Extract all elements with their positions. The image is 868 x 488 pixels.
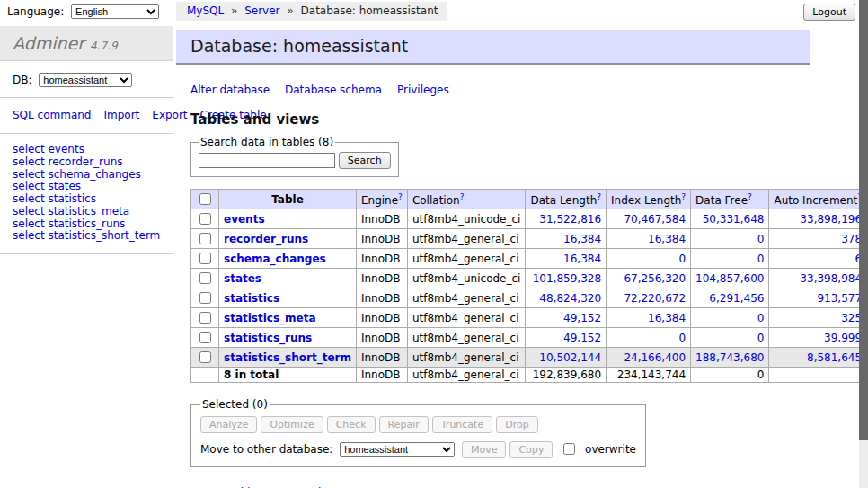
db-link-privileges[interactable]: Privileges <box>397 84 449 96</box>
data-length-cell-link[interactable]: 49,152 <box>563 312 601 324</box>
table-select-link[interactable]: select recorder_runs <box>13 155 123 168</box>
column-help-link[interactable]: ? <box>460 192 465 201</box>
scrollbar-thumb[interactable] <box>859 0 868 440</box>
collation-cell: utf8mb4_unicode_ci <box>407 269 526 288</box>
move-database-select[interactable]: homeassistant <box>340 442 455 457</box>
table-header-row: TableEngine?Collation?Data Length?Index … <box>191 190 868 209</box>
data-length-cell-link[interactable]: 49,152 <box>563 332 601 344</box>
database-links: Alter databaseDatabase schemaPrivileges <box>190 84 810 96</box>
table-select-link[interactable]: select schema_changes <box>13 168 141 181</box>
data-free-cell-link[interactable]: 50,331,648 <box>703 213 765 226</box>
column-help-link[interactable]: ? <box>597 192 601 201</box>
auto-increment-cell-link[interactable]: 913,577 <box>817 292 862 305</box>
row-select-cell <box>191 249 219 269</box>
row-checkbox[interactable] <box>199 233 211 244</box>
optimize-button[interactable]: Optimize <box>261 416 323 433</box>
analyze-button[interactable]: Analyze <box>200 416 257 433</box>
index-length-cell-link[interactable]: 0 <box>678 253 686 265</box>
data-length-cell: 49,152 <box>526 328 607 348</box>
sidebar-action-import[interactable]: Import <box>103 109 139 121</box>
truncate-button[interactable]: Truncate <box>432 416 492 433</box>
index-length-cell-link[interactable]: 16,384 <box>648 312 686 324</box>
data-length-cell-link[interactable]: 16,384 <box>563 253 601 265</box>
search-button[interactable]: Search <box>339 152 391 169</box>
index-length-cell-link[interactable]: 72,220,672 <box>624 292 686 305</box>
vertical-scrollbar[interactable] <box>859 0 868 488</box>
check-button[interactable]: Check <box>327 416 376 433</box>
table-name-link[interactable]: schema_changes <box>224 253 326 265</box>
table-select-link[interactable]: select statistics <box>13 192 96 205</box>
row-checkbox[interactable] <box>199 332 211 343</box>
drop-button[interactable]: Drop <box>496 416 537 433</box>
index-length-cell-link[interactable]: 67,256,320 <box>624 272 686 285</box>
index-length-cell-link[interactable]: 24,166,400 <box>624 351 686 364</box>
table-name-link[interactable]: statistics <box>224 292 279 305</box>
index-length-cell-link[interactable]: 0 <box>678 332 686 344</box>
db-link-database-schema[interactable]: Database schema <box>285 84 382 96</box>
auto-increment-cell-link[interactable]: 39,999 <box>824 332 862 344</box>
main-content: Database: homeassistant Alter databaseDa… <box>176 23 810 488</box>
table-select-link[interactable]: select statistics_runs <box>13 217 125 230</box>
column-help-link[interactable]: ? <box>398 192 403 201</box>
move-button[interactable]: Move <box>462 441 507 458</box>
table-select-link[interactable]: select statistics_meta <box>13 205 129 217</box>
data-length-cell-link[interactable]: 16,384 <box>563 233 601 245</box>
search-input[interactable] <box>199 153 335 168</box>
breadcrumb-separator: » <box>284 4 297 17</box>
data-length-cell: 48,824,320 <box>526 288 607 308</box>
table-name-link[interactable]: statistics_runs <box>224 332 312 344</box>
data-free-cell-link[interactable]: 0 <box>757 253 765 265</box>
table-select-link[interactable]: select events <box>13 143 84 155</box>
data-free-cell-link[interactable]: 188,743,680 <box>695 351 764 364</box>
row-checkbox[interactable] <box>199 292 211 304</box>
data-free-cell-link[interactable]: 6,291,456 <box>709 292 764 305</box>
auto-increment-cell-link[interactable]: 8,581,645 <box>807 351 862 364</box>
db-select[interactable]: homeassistant <box>39 73 132 87</box>
table-name-link[interactable]: statistics_meta <box>224 312 316 324</box>
index-length-cell-link[interactable]: 16,384 <box>648 233 686 245</box>
language-select[interactable]: English <box>71 4 159 19</box>
index-length-cell-link[interactable]: 70,467,584 <box>624 213 686 226</box>
row-select-cell <box>191 269 219 288</box>
overwrite-checkbox[interactable] <box>563 443 575 455</box>
row-checkbox[interactable] <box>199 351 211 363</box>
table-select-link[interactable]: select states <box>13 180 81 192</box>
sidebar-action-sql-command[interactable]: SQL command <box>13 109 91 121</box>
column-help-link[interactable]: ? <box>681 192 686 201</box>
table-name-link[interactable]: events <box>224 213 265 226</box>
app-version[interactable]: 4.7.9 <box>90 40 118 52</box>
table-name-link[interactable]: states <box>224 272 261 285</box>
column-header-data-free: Data Free? <box>691 190 769 209</box>
row-checkbox[interactable] <box>199 272 211 284</box>
column-help-link[interactable]: ? <box>748 192 752 201</box>
breadcrumb-link-server[interactable]: Server <box>244 4 279 17</box>
index-length-cell: 16,384 <box>607 308 691 328</box>
data-free-cell-link[interactable]: 0 <box>757 312 765 324</box>
repair-button[interactable]: Repair <box>379 416 429 433</box>
row-checkbox[interactable] <box>199 213 211 225</box>
auto-increment-cell-link[interactable]: 33,898,196 <box>800 213 862 226</box>
data-free-cell-link[interactable]: 0 <box>757 233 765 245</box>
data-free-cell: 188,743,680 <box>691 348 769 368</box>
engine-cell: InnoDB <box>356 209 407 229</box>
data-free-cell-link[interactable]: 0 <box>757 332 765 344</box>
data-free-cell-link[interactable]: 104,857,600 <box>695 272 764 285</box>
column-header-engine: Engine? <box>356 190 407 209</box>
table-name-link[interactable]: statistics_short_term <box>224 351 351 364</box>
data-length-cell-link[interactable]: 10,502,144 <box>539 351 601 364</box>
table-row-schema-changes: schema_changesInnoDButf8mb4_general_ci16… <box>191 249 868 269</box>
table-select-link[interactable]: select statistics_short_term <box>13 229 160 242</box>
data-length-cell-link[interactable]: 101,859,328 <box>533 272 601 285</box>
select-all-checkbox[interactable] <box>199 193 211 205</box>
data-length-cell: 10,502,144 <box>526 348 607 368</box>
logout-button[interactable]: Logout <box>803 4 855 21</box>
db-link-alter-database[interactable]: Alter database <box>190 84 270 96</box>
row-checkbox[interactable] <box>199 253 211 264</box>
auto-increment-cell-link[interactable]: 33,398,984 <box>800 272 862 285</box>
breadcrumb-link-mysql[interactable]: MySQL <box>187 4 224 17</box>
data-length-cell-link[interactable]: 31,522,816 <box>539 213 601 226</box>
copy-button[interactable]: Copy <box>509 441 553 458</box>
data-length-cell-link[interactable]: 48,824,320 <box>539 292 601 305</box>
table-name-link[interactable]: recorder_runs <box>224 233 308 245</box>
row-checkbox[interactable] <box>199 312 211 324</box>
